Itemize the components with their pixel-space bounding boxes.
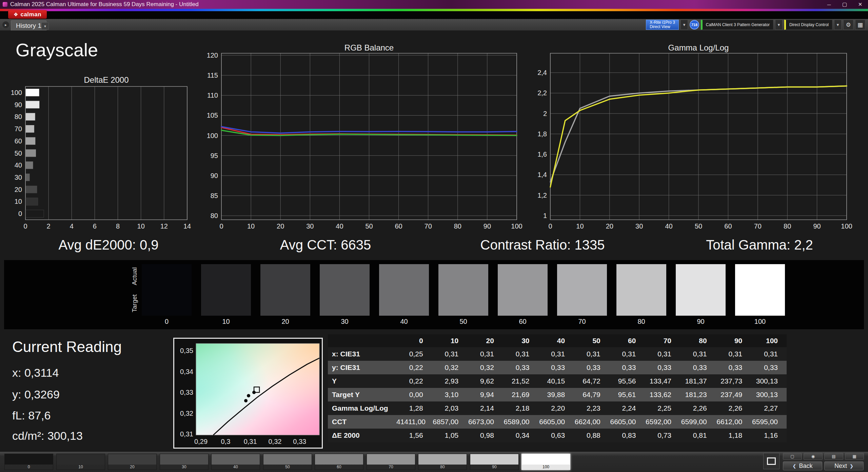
gear-icon[interactable]: ⚙ [843,20,853,30]
pattern-swatch [470,454,518,465]
list-icon[interactable]: ▤ [824,453,843,460]
pattern-level-button-20[interactable]: 20 [108,454,157,470]
tab-menu-icon[interactable]: ▾ [41,22,49,30]
pattern-swatch [315,454,363,465]
svg-text:105: 105 [207,112,218,119]
minimize-button[interactable]: ─ [821,0,837,9]
reading-x: x: 0,3114 [12,366,59,379]
svg-text:20: 20 [277,222,284,230]
pattern-generator-select-button[interactable]: CalMAN Client 3 Pattern Generator [701,20,773,30]
table-cell: 0,31 [716,347,751,361]
table-row-label: Target Y [328,388,396,401]
table-cell: 0,31 [503,347,538,361]
table-cell: 133,62 [645,388,680,401]
svg-text:50: 50 [695,222,702,230]
table-cell: 6599,00 [680,415,716,429]
table-cell: 6605,00 [609,415,645,429]
svg-text:90: 90 [484,222,491,230]
swatch-level-label: 0 [142,318,192,326]
svg-text:0,31: 0,31 [244,438,257,445]
back-arrow-icon: ❮ [793,464,796,469]
pattern-level-button-0[interactable]: 0 [4,454,53,470]
current-reading-title: Current Reading [12,338,122,355]
svg-text:1,4: 1,4 [537,171,547,178]
window-titlebar: Calman 2025 Calman Ultimate for Business… [0,0,868,9]
table-cell: 300,13 [751,388,787,401]
pattern-generator-dropdown-icon[interactable]: ▼ [775,20,783,30]
table-column-header: 70 [645,334,680,347]
svg-text:80: 80 [15,113,22,120]
calman-logo-button[interactable]: ❖ calman [8,10,47,19]
next-arrow-icon: ❯ [850,464,853,469]
pattern-level-button-80[interactable]: 80 [418,454,467,470]
swatch-level-label: 80 [616,318,666,326]
window-controls: ─ ▢ ✕ [821,0,868,9]
table-cell: 64,72 [574,374,609,388]
table-column-header: 60 [609,334,645,347]
maximize-button[interactable]: ▢ [837,0,852,9]
pattern-level-button-10[interactable]: 10 [56,454,105,470]
svg-text:1,6: 1,6 [537,151,547,158]
grayscale-swatch-80 [616,264,666,316]
svg-text:14: 14 [183,222,191,230]
table-cell: 237,73 [716,374,751,388]
table-cell: 1,28 [396,401,432,415]
table-cell: 6673,00 [467,415,503,429]
grayscale-swatch-40 [379,264,429,316]
pattern-level-button-40[interactable]: 40 [211,454,260,470]
measurement-table: 0102030405060708090100x: CIE310,250,310,… [328,334,787,442]
table-row: Y0,222,939,6221,5240,1564,7295,56133,471… [328,374,787,388]
table-column-header: 50 [574,334,609,347]
reading-fl: fL: 87,6 [12,409,51,422]
svg-text:100: 100 [511,222,522,230]
pattern-level-label: 90 [470,465,518,470]
avg-de2000-stat: Avg dE2000: 0,9 [0,237,217,253]
meter-select-button[interactable]: X-Rite i1Pro 3 Direct View [646,20,679,30]
svg-text:50: 50 [365,222,373,230]
table-cell: 1,05 [432,429,468,442]
cie-xy-chart: 0,310,320,330,340,350,290,30,310,320,33 [174,339,322,448]
pattern-level-button-60[interactable]: 60 [315,454,363,470]
pattern-level-button-50[interactable]: 50 [263,454,312,470]
collapse-arrow-icon[interactable]: ▸ [2,21,9,28]
target-icon[interactable]: ◉ [804,453,823,460]
table-cell: 9,62 [467,374,503,388]
pattern-level-button-100[interactable]: 100 [521,454,570,470]
pattern-level-label: 30 [160,465,208,470]
next-button-label: Next [834,463,847,470]
table-row: ΔE 20001,561,050,980,340,630,880,830,730… [328,429,787,442]
svg-text:100: 100 [841,222,852,230]
table-cell: 21,52 [503,374,538,388]
table-cell: 0,32 [467,361,503,374]
pattern-window-button[interactable] [763,453,780,469]
svg-text:10: 10 [247,222,255,230]
meter-dropdown-icon[interactable]: ▼ [680,20,688,30]
svg-text:0: 0 [548,222,552,230]
svg-text:70: 70 [754,222,762,230]
back-next-row: ❮ Back Next ❯ [783,461,864,470]
monitor-icon[interactable]: ▢ [783,453,802,460]
svg-text:90: 90 [15,101,22,109]
table-cell: 40,15 [538,374,574,388]
rgb-balance-chart: 8085909510010511011512001020304050607080… [202,50,522,233]
next-button[interactable]: Next ❯ [824,461,864,470]
table-cell: 2,26 [680,401,716,415]
table-cell: 0,63 [538,429,574,442]
svg-text:0,29: 0,29 [194,438,208,445]
table-cell: 0,31 [680,347,716,361]
pattern-level-button-70[interactable]: 70 [367,454,415,470]
table-cell: 2,93 [432,374,468,388]
grid-icon[interactable]: ▦ [845,453,864,460]
back-button[interactable]: ❮ Back [783,461,822,470]
pattern-level-button-90[interactable]: 90 [470,454,519,470]
pattern-level-button-30[interactable]: 30 [160,454,209,470]
display-control-dropdown-icon[interactable]: ▼ [834,20,842,30]
close-button[interactable]: ✕ [852,0,868,9]
table-cell: 181,23 [680,388,716,401]
layout-grid-icon[interactable]: ▦ [855,20,865,30]
back-button-label: Back [799,463,812,470]
pattern-level-label: 80 [418,465,467,470]
svg-text:10: 10 [137,222,145,230]
display-control-select-button[interactable]: Direct Display Control [784,20,832,30]
pattern-swatch [5,454,53,465]
